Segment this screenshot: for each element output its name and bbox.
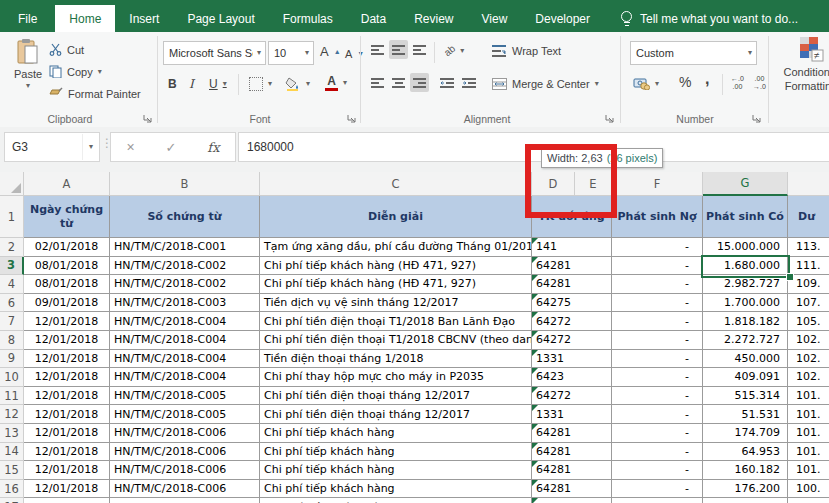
cancel-button[interactable]: × <box>126 139 134 155</box>
cell-debit[interactable]: - <box>612 312 703 331</box>
cell-tk-account[interactable]: 64272 <box>532 312 612 331</box>
cell-balance[interactable]: 102. <box>788 331 829 350</box>
align-bottom-button[interactable] <box>410 40 429 59</box>
cell-date[interactable]: 12/01/2018 <box>24 368 110 387</box>
cell-doc-number[interactable]: HN/TM/C/2018-C004 <box>110 331 260 350</box>
align-center-button[interactable] <box>389 73 408 92</box>
font-dialog-launcher[interactable] <box>346 113 357 124</box>
row-header-16[interactable]: 16 <box>0 480 24 499</box>
cell-date[interactable]: 12/01/2018 <box>24 424 110 443</box>
bold-button[interactable]: B <box>165 73 180 94</box>
cell-doc-number[interactable]: HN/TM/C/2018-C005 <box>110 405 260 424</box>
cell-debit[interactable]: - <box>612 387 703 406</box>
row-header-3[interactable]: 3 <box>0 257 24 276</box>
column-header-G[interactable]: G <box>703 172 788 196</box>
cell-balance[interactable]: 100. <box>788 480 829 499</box>
cell-debit[interactable]: - <box>612 424 703 443</box>
cell-debit[interactable]: - <box>612 350 703 369</box>
cell-tk-account[interactable]: 1331 <box>532 405 612 424</box>
column-header-D[interactable]: D <box>532 172 575 196</box>
row-header-4[interactable]: 4 <box>0 275 24 294</box>
cell-date[interactable]: 12/01/2018 <box>24 312 110 331</box>
cell-debit[interactable]: - <box>612 368 703 387</box>
header-cell-b1[interactable]: Số chứng từ <box>110 196 260 238</box>
column-header-A[interactable]: A <box>24 172 110 196</box>
cell-tk-account[interactable]: 64281 <box>532 461 612 480</box>
cell-balance[interactable]: 101. <box>788 387 829 406</box>
cell-balance[interactable]: 101. <box>788 443 829 462</box>
clipboard-dialog-launcher[interactable] <box>142 113 153 124</box>
cell-date[interactable]: 12/01/2018 <box>24 331 110 350</box>
alignment-dialog-launcher[interactable] <box>604 113 615 124</box>
comma-style-button[interactable]: , <box>702 68 712 89</box>
align-middle-button[interactable] <box>389 40 408 59</box>
orientation-button[interactable]: ab ▾ <box>441 40 467 61</box>
column-header-B[interactable]: B <box>110 172 260 196</box>
cell-balance[interactable]: 101. <box>788 424 829 443</box>
column-header-E[interactable]: E <box>575 172 612 196</box>
cell-doc-number[interactable]: HN/TM/C/2018-C006 <box>110 461 260 480</box>
cell-credit[interactable]: 1.700.000 <box>703 294 788 313</box>
cell-tk-account[interactable]: 64272 <box>532 387 612 406</box>
cell-credit[interactable]: 1.680.000 <box>703 257 788 276</box>
cell-tk-account[interactable]: 64281 <box>532 424 612 443</box>
column-header-h[interactable] <box>788 172 829 196</box>
cell-date[interactable]: 12/01/2018 <box>24 480 110 499</box>
cell-description[interactable]: Chi phí tiếp khách hàng <box>260 424 532 443</box>
cell-description[interactable]: Chi phí tiếp khách hàng <box>260 461 532 480</box>
row-header-6[interactable]: 6 <box>0 294 24 313</box>
cell-credit[interactable]: 450.000 <box>703 350 788 369</box>
cell-description[interactable]: Chi phí tiền điện thoại T1/2018 CBCNV (t… <box>260 331 532 350</box>
cell-debit[interactable]: - <box>612 331 703 350</box>
cell-date[interactable]: 09/01/2018 <box>24 294 110 313</box>
header-cell-c1[interactable]: Diễn giải <box>260 196 532 238</box>
cell-balance[interactable]: 101. <box>788 405 829 424</box>
cell-description[interactable]: Chi phí tiền điện thoại tháng 12/2017 <box>260 387 532 406</box>
cell-doc-number[interactable]: HN/TM/C/2018-C006 <box>110 443 260 462</box>
underline-button[interactable]: U▾ <box>206 73 230 94</box>
cell-debit[interactable]: - <box>612 443 703 462</box>
tab-page-layout[interactable]: Page Layout <box>173 5 268 32</box>
cell-date[interactable]: 12/01/2018 <box>24 461 110 480</box>
row-header-2[interactable]: 2 <box>0 238 24 257</box>
header-cell-g1[interactable]: Phát sinh Có <box>703 196 788 238</box>
decrease-indent-button[interactable] <box>437 73 457 94</box>
cell-description[interactable]: Chi phí tiếp khách hàng <box>260 443 532 462</box>
cell-doc-number[interactable]: HN/TM/C/2018-C003 <box>110 294 260 313</box>
font-color-button[interactable]: A ▾ <box>322 72 350 93</box>
row-header-10[interactable]: 10 <box>0 368 24 387</box>
cell-credit[interactable]: 60.091 <box>703 498 788 503</box>
tab-review[interactable]: Review <box>400 5 467 32</box>
row-header-9[interactable]: 9 <box>0 350 24 369</box>
cell-tk-account[interactable]: 6423 <box>532 368 612 387</box>
row-header-14[interactable]: 14 <box>0 443 24 462</box>
cell-credit[interactable]: 409.091 <box>703 368 788 387</box>
cell-doc-number[interactable]: HN/TM/C/2018-C004 <box>110 368 260 387</box>
cut-button[interactable]: Cut <box>46 39 87 60</box>
cell-debit[interactable]: - <box>612 405 703 424</box>
cell-credit[interactable]: 64.953 <box>703 443 788 462</box>
column-header-C[interactable]: C <box>260 172 532 196</box>
cell-tk-account[interactable]: 64281 <box>532 443 612 462</box>
cell-date[interactable]: 12/01/2018 <box>24 498 110 503</box>
cell-date[interactable]: 12/01/2018 <box>24 443 110 462</box>
select-all-button[interactable] <box>0 172 24 196</box>
grow-font-button[interactable]: A▲ <box>317 41 344 62</box>
cell-date[interactable]: 12/01/2018 <box>24 350 110 369</box>
cell-credit[interactable]: 2.272.727 <box>703 331 788 350</box>
cell-description[interactable]: Tiền dịch vụ vệ sinh tháng 12/2017 <box>260 294 532 313</box>
formula-input[interactable]: 1680000 <box>238 132 829 162</box>
tab-insert[interactable]: Insert <box>115 5 173 32</box>
cell-credit[interactable]: 1.818.182 <box>703 312 788 331</box>
cell-tk-account[interactable]: 64272 <box>532 331 612 350</box>
cell-description[interactable]: Chi phí tiếp khách hàng (HĐ 471, 927) <box>260 275 532 294</box>
tab-formulas[interactable]: Formulas <box>269 5 347 32</box>
cell-doc-number[interactable]: HN/TM/C/2018-C002 <box>110 257 260 276</box>
cell-doc-number[interactable]: HN/TM/C/2018-C006 <box>110 424 260 443</box>
cell-debit[interactable]: - <box>612 294 703 313</box>
cell-debit[interactable]: - <box>612 480 703 499</box>
cell-doc-number[interactable]: HN/TM/C/2018-C001 <box>110 238 260 257</box>
cell-debit[interactable]: - <box>612 275 703 294</box>
shrink-font-button[interactable]: A▼ <box>342 43 367 64</box>
header-cell-h1[interactable]: Dư <box>788 196 829 238</box>
